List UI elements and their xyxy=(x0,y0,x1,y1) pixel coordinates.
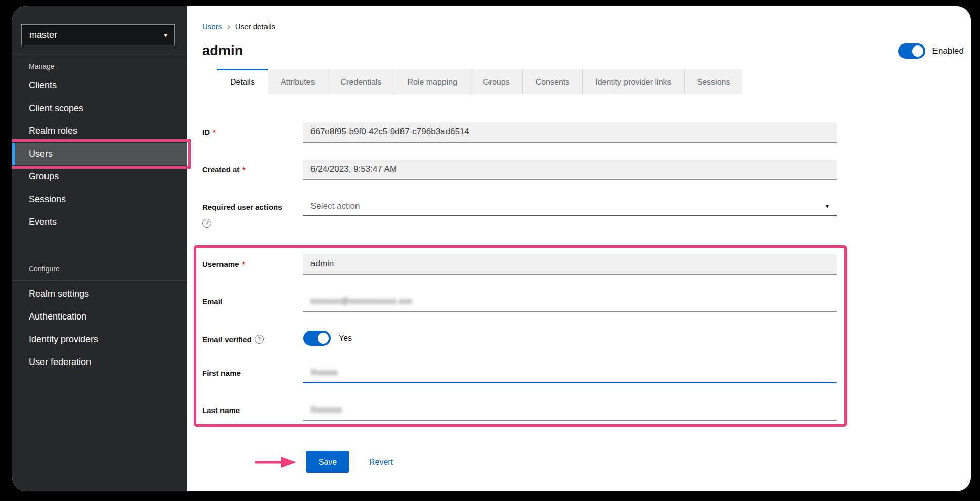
toggle-knob xyxy=(912,45,923,57)
annotation-arrow-icon xyxy=(253,456,297,469)
tab-bar: Details Attributes Credentials Role mapp… xyxy=(217,69,964,94)
breadcrumb-users-link[interactable]: Users xyxy=(202,22,222,31)
save-button[interactable]: Save xyxy=(306,451,349,473)
tab-sessions[interactable]: Sessions xyxy=(685,69,743,94)
sidebar-item-events[interactable]: Events xyxy=(12,211,187,234)
required-asterisk: * xyxy=(213,128,216,136)
sidebar-section-configure-title: Configure xyxy=(12,261,187,281)
required-user-actions-placeholder: Select action xyxy=(310,201,360,211)
tab-role-mapping[interactable]: Role mapping xyxy=(394,69,470,94)
last-name-label: Last name xyxy=(202,406,240,415)
user-details-form: ID * 667e8f95-b9f0-42c5-9d87-c796b3ad651… xyxy=(202,122,837,473)
required-asterisk: * xyxy=(242,260,245,268)
form-row-required-user-actions: Required user actions ? Select action ▾ xyxy=(202,197,837,228)
realm-selector[interactable]: master ▾ xyxy=(21,24,175,45)
email-verified-label-cell: Email verified ? xyxy=(202,329,303,346)
form-row-email-verified: Email verified ? Yes xyxy=(202,329,837,346)
first-name-redacted-value: Xxxxxx xyxy=(310,368,338,378)
sidebar-item-identity-providers[interactable]: Identity providers xyxy=(12,328,187,351)
sidebar-item-users[interactable]: Users xyxy=(12,143,187,165)
help-icon[interactable]: ? xyxy=(255,335,264,344)
last-name-label-cell: Last name xyxy=(202,400,303,421)
email-field[interactable]: xxxxxxx@xxxxxxxxxxx.xxx xyxy=(303,292,837,312)
chevron-down-icon: ▾ xyxy=(826,203,829,210)
enabled-toggle[interactable] xyxy=(898,43,925,59)
app-window: master ▾ Manage Clients Client scopes Re… xyxy=(12,6,971,491)
sidebar-item-user-federation[interactable]: User federation xyxy=(12,351,187,374)
help-icon[interactable]: ? xyxy=(202,219,211,228)
tab-details[interactable]: Details xyxy=(217,69,268,94)
sidebar-section-manage: Manage Clients Client scopes Realm roles… xyxy=(12,53,187,234)
first-name-label-cell: First name xyxy=(202,363,303,383)
page-title: admin xyxy=(202,43,243,59)
form-row-username: Username * admin xyxy=(202,254,837,275)
created-at-field: 6/24/2023, 9:53:47 AM xyxy=(303,160,837,180)
breadcrumb-separator-icon: › xyxy=(227,22,230,31)
sidebar-item-realm-settings[interactable]: Realm settings xyxy=(12,283,187,305)
created-at-label: Created at xyxy=(202,165,239,174)
sidebar-section-manage-title: Manage xyxy=(12,58,187,74)
realm-selector-value: master xyxy=(29,30,57,40)
chevron-down-icon: ▾ xyxy=(164,31,167,39)
username-label-cell: Username * xyxy=(202,254,303,275)
tab-consents[interactable]: Consents xyxy=(523,69,583,94)
form-row-created-at: Created at * 6/24/2023, 9:53:47 AM xyxy=(202,160,837,180)
form-actions: Save Revert xyxy=(202,451,837,473)
id-field: 667e8f95-b9f0-42c5-9d87-c796b3ad6514 xyxy=(303,122,837,143)
form-row-id: ID * 667e8f95-b9f0-42c5-9d87-c796b3ad651… xyxy=(202,122,837,143)
sidebar-item-sessions[interactable]: Sessions xyxy=(12,188,187,211)
id-label: ID xyxy=(202,128,210,136)
required-asterisk: * xyxy=(242,165,245,174)
email-label: Email xyxy=(202,297,222,306)
required-user-actions-select[interactable]: Select action ▾ xyxy=(303,197,837,216)
created-at-label-cell: Created at * xyxy=(202,160,303,180)
main-content: Users › User details admin Enabled Detai… xyxy=(187,6,971,491)
breadcrumb: Users › User details xyxy=(202,22,964,31)
sidebar-item-clients[interactable]: Clients xyxy=(12,74,187,97)
username-field: admin xyxy=(303,254,837,275)
email-label-cell: Email xyxy=(202,292,303,312)
tab-attributes[interactable]: Attributes xyxy=(268,69,328,94)
revert-link[interactable]: Revert xyxy=(369,458,393,467)
breadcrumb-current: User details xyxy=(235,22,275,31)
form-row-email: Email xxxxxxx@xxxxxxxxxxx.xxx xyxy=(202,292,837,312)
sidebar: master ▾ Manage Clients Client scopes Re… xyxy=(12,6,187,491)
required-user-actions-label: Required user actions xyxy=(202,203,282,211)
email-verified-state: Yes xyxy=(339,334,352,343)
email-redacted-value: xxxxxxx@xxxxxxxxxxx.xxx xyxy=(310,296,412,306)
annotation-highlight-box: Username * admin Email xyxy=(194,245,847,427)
email-verified-label: Email verified xyxy=(202,335,252,344)
enabled-toggle-group: Enabled xyxy=(898,43,964,59)
page-header: admin Enabled xyxy=(202,43,964,59)
first-name-field[interactable]: Xxxxxx xyxy=(303,363,837,383)
last-name-redacted-value: Xxxxxxx xyxy=(310,405,342,415)
username-label: Username xyxy=(202,260,239,268)
required-user-actions-label-cell: Required user actions ? xyxy=(202,197,303,228)
email-verified-toggle[interactable] xyxy=(303,331,331,346)
id-label-cell: ID * xyxy=(202,122,303,143)
sidebar-item-authentication[interactable]: Authentication xyxy=(12,305,187,328)
form-row-last-name: Last name Xxxxxxx xyxy=(202,400,837,421)
sidebar-item-realm-roles[interactable]: Realm roles xyxy=(12,120,187,143)
tab-groups[interactable]: Groups xyxy=(470,69,522,94)
tab-identity-provider-links[interactable]: Identity provider links xyxy=(583,69,684,94)
sidebar-section-configure: Configure Realm settings Authentication … xyxy=(12,256,187,374)
tab-credentials[interactable]: Credentials xyxy=(328,69,395,94)
form-row-first-name: First name Xxxxxx xyxy=(202,363,837,383)
first-name-label: First name xyxy=(202,369,241,377)
sidebar-item-groups[interactable]: Groups xyxy=(12,165,187,188)
toggle-knob xyxy=(318,333,329,344)
enabled-toggle-label: Enabled xyxy=(932,46,964,56)
last-name-field[interactable]: Xxxxxxx xyxy=(303,400,837,421)
sidebar-item-client-scopes[interactable]: Client scopes xyxy=(12,97,187,120)
